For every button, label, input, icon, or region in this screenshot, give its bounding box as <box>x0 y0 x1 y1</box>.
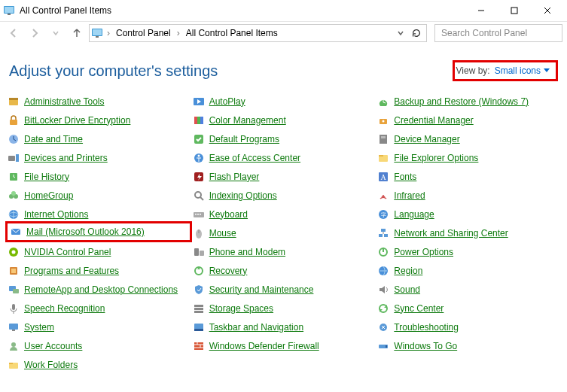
control-panel-item[interactable]: Flash Player <box>193 167 375 186</box>
control-panel-item[interactable]: HomeGroup <box>8 186 190 205</box>
language-icon: 字 <box>377 208 389 220</box>
control-panel-item[interactable]: Network and Sharing Center <box>377 223 559 242</box>
control-panel-item[interactable]: Devices and Printers <box>8 148 190 167</box>
search-input[interactable] <box>440 27 557 39</box>
control-panel-item[interactable]: NVIDIA Control Panel <box>8 242 190 261</box>
svg-rect-69 <box>194 305 203 307</box>
control-panel-item[interactable]: Credential Manager <box>377 111 559 129</box>
homegroup-icon <box>8 190 20 202</box>
control-panel-item[interactable]: Troubleshooting <box>377 318 559 336</box>
control-panel-item[interactable]: File History <box>8 167 190 186</box>
control-panel-item[interactable]: Work Folders <box>8 355 190 374</box>
control-panel-item[interactable]: Mail (Microsoft Outlook 2016) <box>5 221 192 242</box>
control-panel-item[interactable]: BitLocker Drive Encryption <box>8 111 190 129</box>
refresh-button[interactable] <box>408 25 425 41</box>
svg-rect-68 <box>12 304 15 310</box>
backup-icon <box>377 96 389 108</box>
item-label: Network and Sharing Center <box>394 228 508 239</box>
titlebar: All Control Panel Items <box>0 0 567 21</box>
control-panel-item[interactable]: Administrative Tools <box>8 92 190 111</box>
chevron-right-icon[interactable]: › <box>175 28 182 38</box>
item-label: Taskbar and Navigation <box>209 322 303 333</box>
history-chevron-icon[interactable] <box>395 29 407 37</box>
item-label: Windows Defender Firewall <box>209 341 319 351</box>
explorer-icon <box>377 152 389 164</box>
control-panel-item[interactable]: Recovery <box>193 261 375 280</box>
chevron-down-icon <box>544 68 550 73</box>
item-label: Windows To Go <box>394 341 457 351</box>
item-label: Date and Time <box>24 134 83 144</box>
control-panel-item[interactable]: Default Programs <box>193 129 375 148</box>
credential-icon <box>377 114 389 126</box>
svg-rect-70 <box>194 308 203 310</box>
breadcrumb-root[interactable]: Control Panel <box>114 28 173 38</box>
item-label: Storage Spaces <box>209 303 273 314</box>
control-panel-item[interactable]: Programs and Features <box>8 261 190 280</box>
filehistory-icon <box>8 171 20 183</box>
control-panel-item[interactable]: Color Management <box>193 111 375 129</box>
svg-rect-73 <box>9 324 18 330</box>
up-button[interactable] <box>68 24 86 42</box>
control-panel-item[interactable]: Backup and Restore (Windows 7) <box>377 92 559 111</box>
chevron-right-icon[interactable]: › <box>105 28 112 38</box>
control-panel-item[interactable]: RemoteApp and Desktop Connections <box>8 280 190 299</box>
item-label: Security and Maintenance <box>209 284 314 295</box>
control-panel-item[interactable]: Phone and Modem <box>193 242 375 261</box>
control-panel-icon <box>3 5 15 17</box>
item-label: Keyboard <box>209 209 248 220</box>
control-panel-item[interactable]: File Explorer Options <box>377 148 559 167</box>
control-panel-item[interactable]: Ease of Access Center <box>193 148 375 167</box>
maximize-button[interactable] <box>498 2 531 20</box>
control-panel-item[interactable]: Sound <box>377 280 559 299</box>
control-panel-item[interactable]: 字Language <box>377 205 559 223</box>
minimize-button[interactable] <box>465 2 498 20</box>
control-panel-item[interactable]: Storage Spaces <box>193 299 375 318</box>
svg-rect-24 <box>8 156 15 161</box>
control-panel-item[interactable]: System <box>8 318 190 336</box>
control-panel-item[interactable]: Windows Defender Firewall <box>193 336 375 355</box>
item-label: Troubleshooting <box>394 322 459 333</box>
svg-rect-44 <box>195 214 197 215</box>
back-button[interactable] <box>5 24 23 42</box>
control-panel-item[interactable]: AFonts <box>377 167 559 186</box>
control-panel-item[interactable]: Device Manager <box>377 129 559 148</box>
search-box[interactable] <box>434 24 562 42</box>
bitlocker-icon <box>8 114 20 126</box>
datetime-icon <box>8 133 20 145</box>
svg-rect-45 <box>197 214 199 215</box>
svg-rect-71 <box>194 311 203 313</box>
control-panel-item[interactable]: Mouse <box>193 223 375 242</box>
control-panel-item[interactable]: Power Options <box>377 242 559 261</box>
item-label: HomeGroup <box>24 190 73 201</box>
svg-rect-25 <box>16 154 19 162</box>
sound-icon <box>377 284 389 296</box>
svg-rect-2 <box>8 14 11 15</box>
item-label: File Explorer Options <box>394 153 478 163</box>
svg-point-19 <box>383 120 385 122</box>
control-panel-item[interactable]: Indexing Options <box>193 186 375 205</box>
control-panel-item[interactable]: Security and Maintenance <box>193 280 375 299</box>
control-panel-item[interactable]: Infrared <box>377 186 559 205</box>
breadcrumb-current[interactable]: All Control Panel Items <box>184 28 280 38</box>
storage-icon <box>193 302 205 315</box>
control-panel-item[interactable]: Sync Center <box>377 299 559 318</box>
control-panel-item[interactable]: User Accounts <box>8 336 190 355</box>
control-panel-item[interactable]: Date and Time <box>8 129 190 148</box>
item-label: AutoPlay <box>209 96 245 107</box>
svg-rect-67 <box>13 289 19 293</box>
viewby-dropdown[interactable]: Small icons <box>495 65 550 76</box>
recent-locations-button[interactable] <box>47 24 65 42</box>
forward-button[interactable] <box>26 24 44 42</box>
control-panel-item[interactable]: Taskbar and Navigation <box>193 318 375 336</box>
item-label: Flash Player <box>209 172 260 182</box>
control-panel-item[interactable]: Windows To Go <box>377 336 559 355</box>
control-panel-item[interactable]: Keyboard <box>193 205 375 223</box>
nvidia-icon <box>8 246 20 258</box>
item-label: Administrative Tools <box>24 96 105 107</box>
control-panel-item[interactable]: Region <box>377 261 559 280</box>
close-button[interactable] <box>531 2 564 20</box>
address-bar[interactable]: › Control Panel › All Control Panel Item… <box>89 24 427 42</box>
internet-icon <box>8 208 20 220</box>
control-panel-item[interactable]: Speech Recognition <box>8 299 190 318</box>
control-panel-item[interactable]: AutoPlay <box>193 92 375 111</box>
